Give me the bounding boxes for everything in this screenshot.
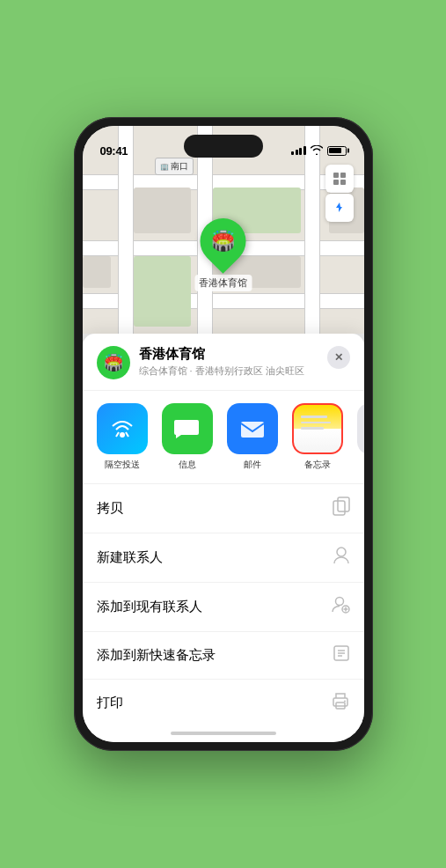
stadium-emoji: 🏟️ xyxy=(211,230,235,253)
phone-frame: 09:41 xyxy=(74,117,373,751)
svg-rect-3 xyxy=(340,180,346,185)
stadium-pin-icon: 🏟️ xyxy=(191,209,256,274)
signal-bar-2 xyxy=(296,150,298,155)
location-name: 香港体育馆 xyxy=(139,346,318,363)
notes-line-2 xyxy=(301,422,331,424)
svg-rect-0 xyxy=(333,173,339,178)
airdrop-icon xyxy=(97,403,148,454)
quick-note-label: 添加到新快速备忘录 xyxy=(97,647,216,664)
location-venue-icon: 🏟️ xyxy=(97,346,130,379)
wifi-icon xyxy=(311,145,323,157)
location-card: 🏟️ 香港体育馆 综合体育馆 · 香港特别行政区 油尖旺区 ✕ xyxy=(83,334,364,391)
notes-line-3 xyxy=(301,427,325,430)
print-label: 打印 xyxy=(97,695,123,711)
svg-rect-8 xyxy=(333,501,345,515)
map-green-block-2 xyxy=(134,256,191,327)
map-block-3 xyxy=(83,256,111,288)
svg-rect-7 xyxy=(241,422,264,438)
status-time: 09:41 xyxy=(100,144,128,158)
mail-label: 邮件 xyxy=(244,459,261,471)
notes-label: 备忘录 xyxy=(304,459,331,471)
location-button[interactable] xyxy=(325,194,354,222)
share-app-mail[interactable]: 邮件 xyxy=(227,403,278,471)
location-address: 综合体育馆 · 香港特别行政区 油尖旺区 xyxy=(139,364,318,378)
svg-rect-9 xyxy=(338,497,349,511)
close-button[interactable]: ✕ xyxy=(327,346,350,369)
home-indicator-area xyxy=(83,726,364,742)
action-add-existing[interactable]: 添加到现有联系人 xyxy=(83,583,364,632)
svg-rect-2 xyxy=(333,180,339,185)
quick-note-icon xyxy=(333,644,350,666)
copy-icon xyxy=(333,497,350,520)
share-app-notes[interactable]: 备忘录 xyxy=(292,403,343,471)
share-app-more[interactable]: 推 xyxy=(357,403,364,471)
action-quick-note[interactable]: 添加到新快速备忘录 xyxy=(83,632,364,680)
share-row: 隔空投送 信息 xyxy=(83,391,364,484)
airdrop-label: 隔空投送 xyxy=(105,459,140,471)
signal-bar-1 xyxy=(291,151,294,155)
map-block-1 xyxy=(134,188,191,233)
messages-icon xyxy=(162,403,213,454)
bottom-sheet: 🏟️ 香港体育馆 综合体育馆 · 香港特别行政区 油尖旺区 ✕ xyxy=(83,334,364,742)
map-controls xyxy=(325,165,354,222)
notes-icon xyxy=(292,403,343,454)
svg-rect-1 xyxy=(340,173,346,178)
phone-screen: 09:41 xyxy=(83,126,364,742)
stadium-pin: 🏟️ 香港体育馆 xyxy=(194,218,252,291)
add-existing-label: 添加到现有联系人 xyxy=(97,599,202,615)
notes-line-1 xyxy=(301,416,327,418)
signal-bar-4 xyxy=(303,146,306,155)
print-icon xyxy=(331,692,350,714)
svg-point-11 xyxy=(335,598,343,606)
action-copy[interactable]: 拷贝 xyxy=(83,484,364,533)
more-apps-icon xyxy=(357,403,364,454)
action-new-contact[interactable]: 新建联系人 xyxy=(83,533,364,583)
location-info: 香港体育馆 综合体育馆 · 香港特别行政区 油尖旺区 xyxy=(139,346,318,378)
share-app-airdrop[interactable]: 隔空投送 xyxy=(97,403,148,471)
status-icons xyxy=(291,145,347,157)
messages-label: 信息 xyxy=(179,459,196,471)
svg-point-4 xyxy=(120,432,125,438)
svg-point-10 xyxy=(337,548,346,556)
svg-line-6 xyxy=(126,432,128,437)
share-app-messages[interactable]: 信息 xyxy=(162,403,213,471)
battery-fill xyxy=(329,148,341,153)
map-type-button[interactable] xyxy=(325,165,354,193)
copy-label: 拷贝 xyxy=(97,500,123,517)
svg-line-5 xyxy=(116,432,119,437)
signal-bar-3 xyxy=(299,148,302,155)
new-contact-label: 新建联系人 xyxy=(97,549,163,566)
mail-icon xyxy=(227,403,278,454)
signal-bars xyxy=(291,146,306,155)
dynamic-island xyxy=(184,135,263,158)
share-apps-list: 隔空投送 信息 xyxy=(97,403,350,471)
notes-lines xyxy=(294,405,341,452)
stadium-name: 香港体育馆 xyxy=(194,275,252,291)
home-indicator xyxy=(171,732,276,735)
add-existing-icon xyxy=(331,595,350,619)
svg-point-21 xyxy=(344,701,346,702)
new-contact-icon xyxy=(333,546,350,570)
action-print[interactable]: 打印 xyxy=(83,680,364,726)
battery-icon xyxy=(327,146,347,156)
